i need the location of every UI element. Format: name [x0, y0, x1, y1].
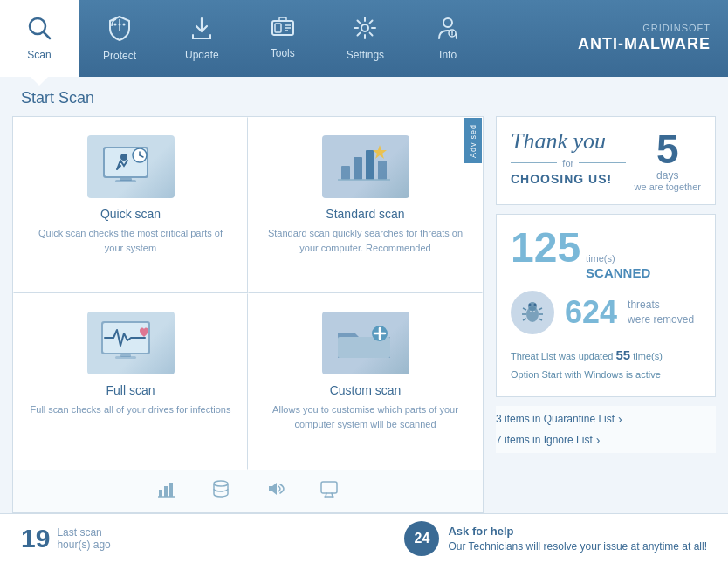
- nav-settings[interactable]: Settings: [322, 0, 409, 77]
- last-scan-text: Last scanhour(s) ago: [57, 526, 110, 551]
- days-label: days: [635, 169, 701, 182]
- help-title: Ask for help: [448, 524, 707, 539]
- for-text: for: [562, 158, 573, 168]
- toolbar-chart-icon[interactable]: [157, 479, 176, 504]
- threats-num: 624: [565, 294, 617, 331]
- settings-icon: [353, 16, 377, 44]
- threats-text: threats were removed: [628, 298, 694, 327]
- nav-settings-label: Settings: [347, 49, 384, 61]
- nav-info-label: Info: [439, 49, 457, 61]
- svg-rect-44: [321, 482, 337, 493]
- svg-line-55: [539, 319, 542, 320]
- quarantine-link[interactable]: 3 items in Quarantine List ›: [496, 409, 716, 429]
- scan-grid: Quick scan Quick scan checks the most cr…: [13, 117, 483, 470]
- full-scan-cell[interactable]: Full scan Full scan checks all of your d…: [13, 293, 248, 470]
- standard-scan-image: [322, 135, 409, 198]
- threat-list-info: Threat List was updated 55 time(s) Optio…: [511, 343, 701, 384]
- svg-line-1: [44, 32, 50, 38]
- quick-scan-image: [87, 135, 175, 198]
- thankyou-script: Thank you: [511, 129, 626, 154]
- svg-marker-29: [373, 145, 387, 159]
- thank-you-text: Thank you for CHOOSING US!: [511, 129, 626, 186]
- toolbar-monitor-icon[interactable]: [319, 479, 339, 504]
- top-nav: Scan Protect Update: [0, 0, 728, 77]
- help-desc: Our Technicians will resolve your issue …: [448, 539, 707, 554]
- nav-protect-label: Protect: [103, 50, 136, 62]
- full-scan-title: Full scan: [106, 383, 155, 397]
- for-line: for: [511, 158, 626, 168]
- svg-point-57: [534, 303, 537, 306]
- svg-point-4: [123, 24, 126, 26]
- full-scan-image: [87, 312, 175, 374]
- svg-rect-11: [279, 17, 286, 21]
- content-row: Quick scan Quick scan checks the most cr…: [0, 116, 728, 513]
- nav-update[interactable]: Update: [161, 0, 244, 77]
- stats-box: 125 time(s) SCANNED: [496, 214, 716, 397]
- svg-rect-25: [341, 166, 350, 180]
- thank-you-box: Thank you for CHOOSING US! 5 days we are…: [496, 116, 716, 205]
- quarantine-arrow: ›: [618, 412, 622, 426]
- brand: GRIDINSOFT ANTI-MALWARE: [578, 0, 728, 77]
- svg-rect-7: [275, 24, 281, 32]
- days-sub: we are together: [635, 182, 701, 192]
- custom-scan-image: [322, 312, 409, 374]
- ignore-arrow: ›: [596, 433, 601, 447]
- svg-point-59: [533, 311, 535, 312]
- scanned-row: 125 time(s) SCANNED: [511, 227, 701, 282]
- help-circle-icon: 24: [404, 521, 439, 556]
- svg-point-56: [529, 303, 532, 306]
- svg-point-49: [528, 302, 537, 311]
- scanned-label: time(s) SCANNED: [586, 252, 650, 282]
- svg-line-53: [539, 308, 542, 310]
- scan-toolbar: [13, 470, 483, 512]
- standard-scan-cell[interactable]: Advised Standard scan: [248, 117, 483, 293]
- tools-icon: [271, 17, 295, 42]
- full-scan-desc: Full scan checks all of your drives for …: [31, 402, 231, 417]
- nav-protect[interactable]: Protect: [79, 0, 161, 77]
- nav-info[interactable]: Info: [409, 0, 487, 77]
- svg-line-50: [523, 308, 526, 310]
- custom-scan-desc: Allows you to customise which parts of y…: [263, 402, 468, 431]
- update-icon: [190, 16, 213, 44]
- bug-icon: [511, 291, 554, 334]
- last-scan: 19 Last scanhour(s) ago: [21, 524, 111, 553]
- links-box: 3 items in Quarantine List › 7 items in …: [496, 406, 716, 453]
- brand-main: ANTI-MALWARE: [578, 34, 711, 54]
- standard-scan-title: Standard scan: [326, 207, 404, 221]
- nav-tools[interactable]: Tools: [244, 0, 322, 77]
- svg-point-58: [530, 311, 532, 312]
- nav-scan[interactable]: Scan: [0, 0, 79, 77]
- scan-panel: Quick scan Quick scan checks the most cr…: [12, 116, 484, 513]
- toolbar-sound-icon[interactable]: [265, 479, 285, 504]
- nav-scan-label: Scan: [27, 49, 51, 61]
- quick-scan-title: Quick scan: [100, 207, 161, 221]
- main-content: Start Scan: [0, 77, 728, 563]
- bottom-bar: 19 Last scanhour(s) ago 24 Ask for help …: [0, 513, 728, 563]
- svg-rect-34: [115, 356, 136, 359]
- scanned-num: 125: [511, 227, 580, 269]
- days-box: 5 days we are together: [635, 129, 701, 192]
- protect-icon: [107, 15, 132, 45]
- svg-point-13: [443, 18, 452, 27]
- svg-point-2: [114, 24, 117, 26]
- svg-rect-41: [169, 483, 173, 497]
- toolbar-db-icon[interactable]: [211, 479, 230, 504]
- section-title: Start Scan: [0, 77, 728, 116]
- svg-rect-28: [378, 161, 387, 180]
- help-text: Ask for help Our Technicians will resolv…: [448, 524, 707, 554]
- svg-point-19: [120, 154, 127, 161]
- custom-scan-cell[interactable]: Custom scan Allows you to customise whic…: [248, 293, 483, 470]
- quick-scan-cell[interactable]: Quick scan Quick scan checks the most cr…: [13, 117, 248, 293]
- svg-rect-26: [354, 157, 362, 180]
- ignore-link[interactable]: 7 items in Ignore List ›: [496, 430, 716, 450]
- brand-top: GRIDINSOFT: [642, 22, 711, 34]
- threats-row: 624 threats were removed: [511, 291, 701, 334]
- days-num: 5: [635, 129, 701, 169]
- scan-icon: [27, 16, 52, 44]
- quick-scan-desc: Quick scan checks the most critical part…: [28, 226, 233, 255]
- svg-line-52: [523, 319, 526, 320]
- advised-badge: Advised: [464, 118, 482, 163]
- svg-rect-40: [164, 486, 168, 497]
- right-panel: Thank you for CHOOSING US! 5 days we are…: [496, 116, 716, 513]
- last-scan-num: 19: [21, 524, 50, 553]
